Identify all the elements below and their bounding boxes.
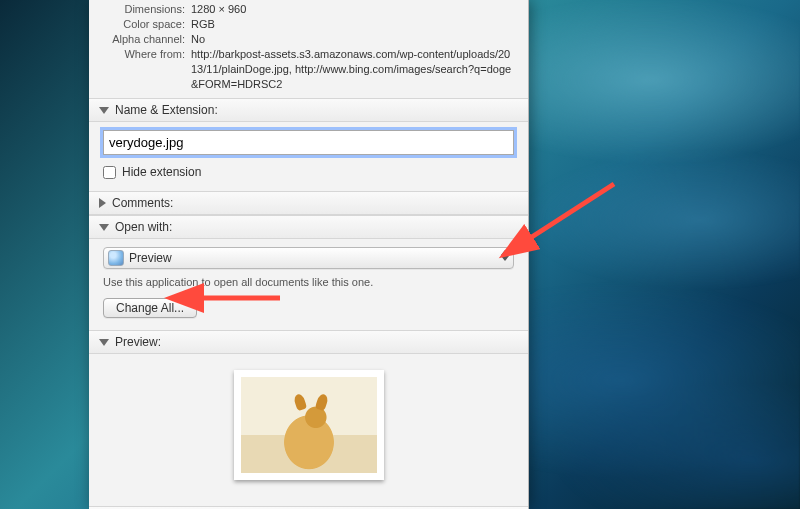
disclosure-triangle-icon xyxy=(99,107,109,114)
section-title: Preview: xyxy=(115,335,161,349)
dimensions-value: 1280 × 960 xyxy=(191,2,514,17)
open-with-selected-label: Preview xyxy=(129,251,172,265)
general-info-block: Dimensions: 1280 × 960 Color space: RGB … xyxy=(89,0,528,98)
preview-app-icon xyxy=(108,250,124,266)
dimensions-label: Dimensions: xyxy=(103,2,191,17)
section-body-open-with: Preview Use this application to open all… xyxy=(89,239,528,330)
select-stepper-icon xyxy=(501,250,509,261)
alpha-label: Alpha channel: xyxy=(103,32,191,47)
section-title: Name & Extension: xyxy=(115,103,218,117)
hide-extension-checkbox[interactable] xyxy=(103,166,116,179)
disclosure-triangle-icon xyxy=(99,339,109,346)
get-info-panel: Dimensions: 1280 × 960 Color space: RGB … xyxy=(89,0,529,509)
open-with-helper-text: Use this application to open all documen… xyxy=(103,276,514,288)
section-title: Comments: xyxy=(112,196,173,210)
wherefrom-label: Where from: xyxy=(103,47,191,92)
section-header-preview[interactable]: Preview: xyxy=(89,330,528,354)
colorspace-value: RGB xyxy=(191,17,514,32)
open-with-select[interactable]: Preview xyxy=(103,247,514,269)
section-header-open-with[interactable]: Open with: xyxy=(89,215,528,239)
colorspace-label: Color space: xyxy=(103,17,191,32)
preview-thumbnail-frame xyxy=(234,370,384,480)
preview-thumbnail-area xyxy=(89,354,528,506)
wherefrom-value: http://barkpost-assets.s3.amazonaws.com/… xyxy=(191,47,514,92)
preview-thumbnail-image xyxy=(241,377,377,473)
hide-extension-label: Hide extension xyxy=(122,165,201,179)
section-header-name-extension[interactable]: Name & Extension: xyxy=(89,98,528,122)
section-header-comments[interactable]: Comments: xyxy=(89,191,528,215)
section-title: Open with: xyxy=(115,220,172,234)
disclosure-triangle-icon xyxy=(99,198,106,208)
section-body-name-extension: Hide extension xyxy=(89,122,528,191)
filename-input[interactable] xyxy=(103,130,514,155)
alpha-value: No xyxy=(191,32,514,47)
change-all-button[interactable]: Change All... xyxy=(103,298,197,318)
hide-extension-row[interactable]: Hide extension xyxy=(103,165,514,179)
disclosure-triangle-icon xyxy=(99,224,109,231)
